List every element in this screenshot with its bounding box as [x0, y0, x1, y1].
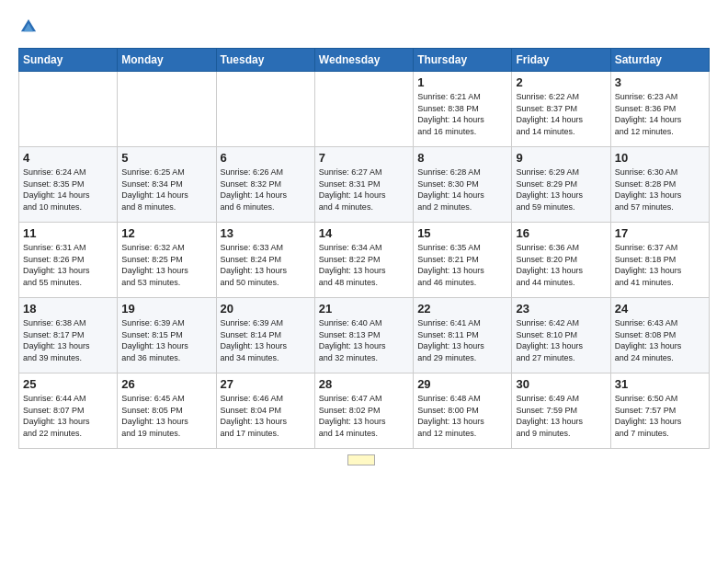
- day-info: Sunrise: 6:42 AM Sunset: 8:10 PM Dayligh…: [516, 317, 606, 363]
- calendar-cell: 3Sunrise: 6:23 AM Sunset: 8:36 PM Daylig…: [610, 72, 709, 147]
- calendar-cell: [19, 72, 118, 147]
- calendar-table: SundayMondayTuesdayWednesdayThursdayFrid…: [18, 48, 710, 449]
- page: SundayMondayTuesdayWednesdayThursdayFrid…: [0, 0, 728, 475]
- day-info: Sunrise: 6:38 AM Sunset: 8:17 PM Dayligh…: [23, 317, 113, 363]
- calendar-cell: 25Sunrise: 6:44 AM Sunset: 8:07 PM Dayli…: [19, 373, 118, 449]
- day-number: 5: [121, 151, 211, 165]
- calendar-cell: 28Sunrise: 6:47 AM Sunset: 8:02 PM Dayli…: [314, 373, 413, 449]
- day-info: Sunrise: 6:48 AM Sunset: 8:00 PM Dayligh…: [417, 393, 507, 439]
- day-number: 18: [23, 302, 113, 316]
- calendar-cell: [314, 72, 413, 147]
- day-info: Sunrise: 6:23 AM Sunset: 8:36 PM Dayligh…: [615, 91, 705, 137]
- day-number: 12: [121, 226, 211, 240]
- day-number: 4: [23, 151, 113, 165]
- calendar-cell: 21Sunrise: 6:40 AM Sunset: 8:13 PM Dayli…: [314, 298, 413, 373]
- calendar-cell: 2Sunrise: 6:22 AM Sunset: 8:37 PM Daylig…: [512, 72, 610, 147]
- day-number: 21: [319, 302, 409, 316]
- day-info: Sunrise: 6:30 AM Sunset: 8:28 PM Dayligh…: [615, 167, 705, 213]
- day-number: 13: [221, 226, 311, 240]
- header-row: SundayMondayTuesdayWednesdayThursdayFrid…: [19, 49, 710, 72]
- day-info: Sunrise: 6:40 AM Sunset: 8:13 PM Dayligh…: [319, 317, 409, 363]
- logo: [18, 17, 42, 37]
- day-info: Sunrise: 6:33 AM Sunset: 8:24 PM Dayligh…: [221, 242, 311, 288]
- day-number: 16: [516, 226, 606, 240]
- col-header-friday: Friday: [512, 49, 610, 72]
- day-number: 30: [516, 377, 606, 391]
- day-number: 28: [319, 377, 409, 391]
- calendar-cell: 4Sunrise: 6:24 AM Sunset: 8:35 PM Daylig…: [19, 147, 118, 223]
- day-number: 27: [221, 377, 311, 391]
- day-number: 29: [417, 377, 507, 391]
- calendar-cell: 7Sunrise: 6:27 AM Sunset: 8:31 PM Daylig…: [314, 147, 413, 223]
- day-number: 8: [417, 151, 507, 165]
- day-number: 25: [23, 377, 113, 391]
- calendar-cell: 11Sunrise: 6:31 AM Sunset: 8:26 PM Dayli…: [19, 223, 118, 298]
- daylight-swatch: [347, 454, 375, 465]
- day-info: Sunrise: 6:27 AM Sunset: 8:31 PM Dayligh…: [319, 167, 409, 213]
- day-number: 17: [615, 226, 705, 240]
- day-info: Sunrise: 6:39 AM Sunset: 8:14 PM Dayligh…: [221, 317, 311, 363]
- calendar-cell: 5Sunrise: 6:25 AM Sunset: 8:34 PM Daylig…: [118, 147, 216, 223]
- week-row-3: 11Sunrise: 6:31 AM Sunset: 8:26 PM Dayli…: [19, 223, 710, 298]
- calendar-cell: 31Sunrise: 6:50 AM Sunset: 7:57 PM Dayli…: [610, 373, 709, 449]
- day-info: Sunrise: 6:37 AM Sunset: 8:18 PM Dayligh…: [615, 242, 705, 288]
- day-info: Sunrise: 6:50 AM Sunset: 7:57 PM Dayligh…: [615, 393, 705, 439]
- day-info: Sunrise: 6:46 AM Sunset: 8:04 PM Dayligh…: [221, 393, 311, 439]
- day-info: Sunrise: 6:29 AM Sunset: 8:29 PM Dayligh…: [516, 167, 606, 213]
- day-number: 15: [417, 226, 507, 240]
- calendar-cell: 18Sunrise: 6:38 AM Sunset: 8:17 PM Dayli…: [19, 298, 118, 373]
- calendar-cell: 13Sunrise: 6:33 AM Sunset: 8:24 PM Dayli…: [216, 223, 314, 298]
- calendar-cell: 29Sunrise: 6:48 AM Sunset: 8:00 PM Dayli…: [414, 373, 512, 449]
- day-number: 2: [516, 75, 606, 89]
- footer: [18, 454, 710, 465]
- day-number: 11: [23, 226, 113, 240]
- day-info: Sunrise: 6:31 AM Sunset: 8:26 PM Dayligh…: [23, 242, 113, 288]
- daylight-legend: [347, 454, 381, 465]
- generalblue-logo-icon: [18, 17, 39, 37]
- calendar-cell: 15Sunrise: 6:35 AM Sunset: 8:21 PM Dayli…: [414, 223, 512, 298]
- day-number: 9: [516, 151, 606, 165]
- day-info: Sunrise: 6:26 AM Sunset: 8:32 PM Dayligh…: [221, 167, 311, 213]
- calendar-cell: 8Sunrise: 6:28 AM Sunset: 8:30 PM Daylig…: [414, 147, 512, 223]
- calendar-cell: 10Sunrise: 6:30 AM Sunset: 8:28 PM Dayli…: [610, 147, 709, 223]
- col-header-saturday: Saturday: [610, 49, 709, 72]
- col-header-tuesday: Tuesday: [216, 49, 314, 72]
- day-number: 14: [319, 226, 409, 240]
- day-number: 22: [417, 302, 507, 316]
- day-info: Sunrise: 6:25 AM Sunset: 8:34 PM Dayligh…: [121, 167, 211, 213]
- day-info: Sunrise: 6:34 AM Sunset: 8:22 PM Dayligh…: [319, 242, 409, 288]
- day-info: Sunrise: 6:43 AM Sunset: 8:08 PM Dayligh…: [615, 317, 705, 363]
- day-number: 7: [319, 151, 409, 165]
- calendar-cell: [216, 72, 314, 147]
- calendar-cell: 6Sunrise: 6:26 AM Sunset: 8:32 PM Daylig…: [216, 147, 314, 223]
- day-info: Sunrise: 6:36 AM Sunset: 8:20 PM Dayligh…: [516, 242, 606, 288]
- calendar-cell: [118, 72, 216, 147]
- calendar-cell: 12Sunrise: 6:32 AM Sunset: 8:25 PM Dayli…: [118, 223, 216, 298]
- week-row-1: 1Sunrise: 6:21 AM Sunset: 8:38 PM Daylig…: [19, 72, 710, 147]
- col-header-thursday: Thursday: [414, 49, 512, 72]
- day-number: 19: [121, 302, 211, 316]
- calendar-cell: 23Sunrise: 6:42 AM Sunset: 8:10 PM Dayli…: [512, 298, 610, 373]
- day-number: 3: [615, 75, 705, 89]
- day-info: Sunrise: 6:32 AM Sunset: 8:25 PM Dayligh…: [121, 242, 211, 288]
- day-number: 6: [221, 151, 311, 165]
- day-info: Sunrise: 6:47 AM Sunset: 8:02 PM Dayligh…: [319, 393, 409, 439]
- header: [18, 17, 710, 37]
- calendar-cell: 24Sunrise: 6:43 AM Sunset: 8:08 PM Dayli…: [610, 298, 709, 373]
- calendar-cell: 26Sunrise: 6:45 AM Sunset: 8:05 PM Dayli…: [118, 373, 216, 449]
- calendar-cell: 1Sunrise: 6:21 AM Sunset: 8:38 PM Daylig…: [414, 72, 512, 147]
- calendar-cell: 20Sunrise: 6:39 AM Sunset: 8:14 PM Dayli…: [216, 298, 314, 373]
- day-number: 23: [516, 302, 606, 316]
- day-info: Sunrise: 6:28 AM Sunset: 8:30 PM Dayligh…: [417, 167, 507, 213]
- col-header-monday: Monday: [118, 49, 216, 72]
- week-row-2: 4Sunrise: 6:24 AM Sunset: 8:35 PM Daylig…: [19, 147, 710, 223]
- day-number: 26: [121, 377, 211, 391]
- day-info: Sunrise: 6:39 AM Sunset: 8:15 PM Dayligh…: [121, 317, 211, 363]
- day-info: Sunrise: 6:24 AM Sunset: 8:35 PM Dayligh…: [23, 167, 113, 213]
- day-info: Sunrise: 6:49 AM Sunset: 7:59 PM Dayligh…: [516, 393, 606, 439]
- calendar-cell: 30Sunrise: 6:49 AM Sunset: 7:59 PM Dayli…: [512, 373, 610, 449]
- day-number: 24: [615, 302, 705, 316]
- col-header-sunday: Sunday: [19, 49, 118, 72]
- day-info: Sunrise: 6:45 AM Sunset: 8:05 PM Dayligh…: [121, 393, 211, 439]
- col-header-wednesday: Wednesday: [314, 49, 413, 72]
